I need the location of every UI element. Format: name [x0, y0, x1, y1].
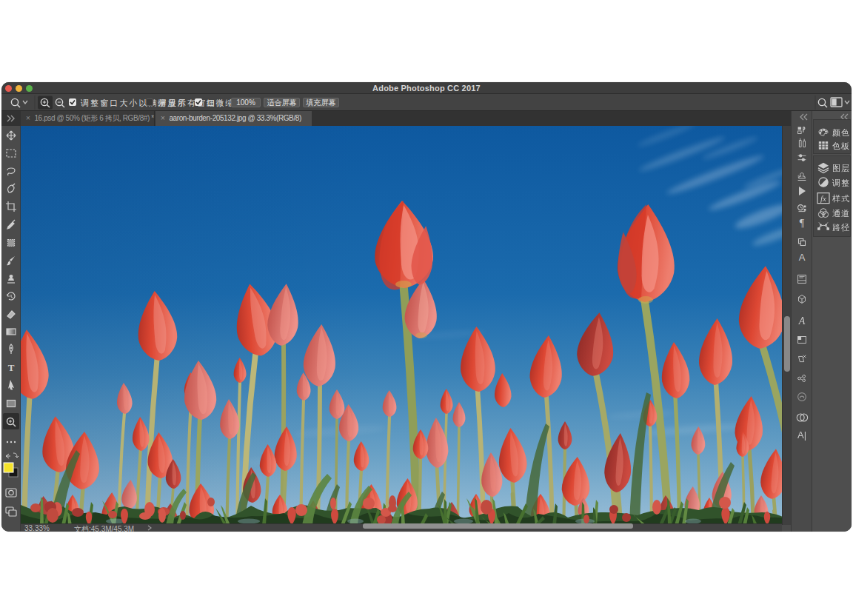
svg-text:fx: fx: [820, 194, 826, 203]
svg-text:A|: A|: [797, 429, 806, 441]
svg-text:¶: ¶: [800, 218, 805, 229]
svg-text:A: A: [799, 252, 806, 263]
svg-text:T: T: [8, 362, 15, 373]
svg-text:A: A: [798, 315, 806, 327]
